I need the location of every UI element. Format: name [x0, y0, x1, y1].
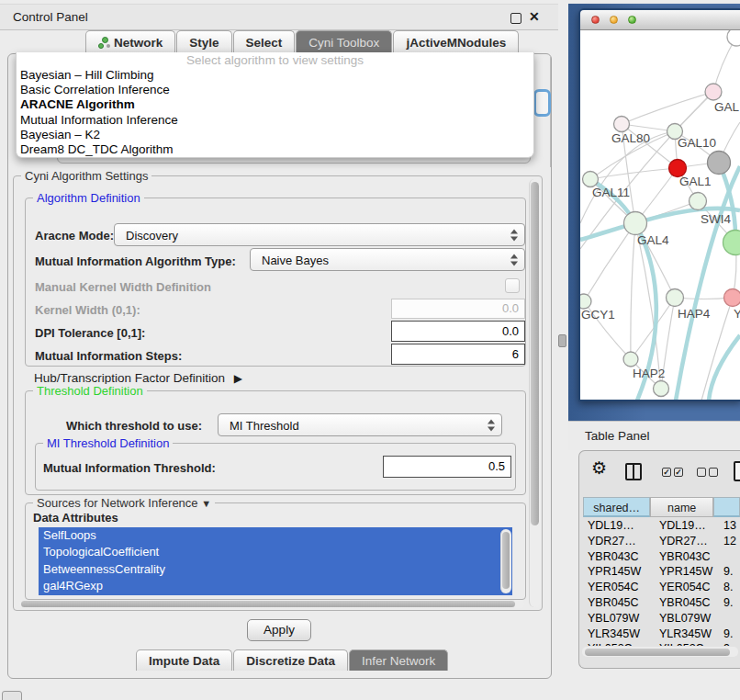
manual-kernel-checkbox[interactable]	[505, 278, 520, 293]
sheet-icon[interactable]	[734, 461, 740, 481]
tab-style[interactable]: Style	[176, 30, 231, 53]
network-node-hap2[interactable]	[623, 352, 638, 367]
column-header[interactable]: name	[650, 497, 713, 517]
table-horizontal-scrollbar[interactable]	[582, 647, 738, 657]
node-label: GAL1	[679, 175, 712, 188]
algorithm-option[interactable]: Bayesian – Hill Climbing	[18, 68, 532, 83]
network-node[interactable]	[654, 381, 669, 397]
window-close-button[interactable]	[591, 16, 600, 24]
sources-title[interactable]: Sources for Network Inference ▼	[33, 496, 215, 510]
table-row[interactable]: YBR045CYBR045C9.	[579, 596, 740, 612]
settings-horizontal-scrollbar[interactable]	[19, 600, 524, 608]
column-header[interactable]	[713, 497, 740, 517]
algorithm-option[interactable]: ARACNE Algorithm	[18, 97, 532, 112]
table-cell: YIL052C	[588, 642, 633, 646]
deselect-all-checkboxes-icon[interactable]	[697, 468, 718, 477]
network-node[interactable]	[708, 152, 731, 175]
tab-label: Select	[246, 36, 283, 50]
columns-icon[interactable]	[625, 463, 642, 480]
tab-network[interactable]: Network	[85, 30, 175, 53]
table-hscroll-thumb[interactable]	[585, 649, 730, 656]
aracne-mode-select[interactable]: Discovery	[114, 223, 525, 246]
mi-type-select[interactable]: Naive Bayes	[250, 248, 525, 271]
mi-type-label: Mutual Information Algorithm Type:	[35, 254, 236, 268]
algorithm-option[interactable]: Mutual Information Inference	[18, 113, 532, 128]
table-row[interactable]: YIL052CYIL052C9.	[579, 642, 740, 646]
node-label: GAL80	[611, 131, 650, 145]
table-row[interactable]: YDR27…YDR27…12	[579, 535, 740, 550]
table-row[interactable]: YBL079WYBL079W	[579, 612, 740, 627]
settings-scrollbar-thumb[interactable]	[531, 182, 539, 525]
network-node-y[interactable]	[724, 289, 740, 307]
network-node[interactable]	[727, 30, 740, 46]
data-attributes-label: Data Attributes	[33, 511, 118, 525]
kernel-width-field[interactable]: 0.0	[391, 299, 525, 319]
tab-jactivemnodules[interactable]: jActiveMNodules	[393, 30, 519, 53]
network-node-gal[interactable]	[705, 84, 722, 100]
network-node-swi4[interactable]	[690, 193, 707, 210]
data-attribute-item[interactable]: SelfLoops	[39, 527, 512, 544]
network-canvas[interactable]: GALGAL80GAL10GAL1GAL11SWI4GAL4GCY1HAP4YH…	[580, 30, 740, 401]
tab-select[interactable]: Select	[233, 30, 296, 53]
network-node-gal4[interactable]	[624, 212, 647, 235]
hub-definition-toggle[interactable]: Hub/Transcription Factor Definition ▶	[34, 371, 242, 385]
mi-threshold-field[interactable]: 0.5	[383, 456, 511, 478]
network-node-gal11[interactable]	[583, 172, 599, 187]
window-minimize-button[interactable]	[610, 16, 618, 24]
split-pane-handle[interactable]	[558, 334, 566, 347]
network-node-gal80[interactable]	[614, 117, 630, 132]
which-threshold-select[interactable]: MI Threshold	[218, 413, 502, 436]
data-attribute-item[interactable]: TopologicalCoefficient	[39, 544, 512, 560]
kernel-width-label: Kernel Width (0,1):	[35, 303, 140, 317]
checked-box-icon: ✓	[674, 468, 683, 477]
attributes-scrollbar-thumb[interactable]	[502, 532, 510, 589]
network-node[interactable]	[723, 231, 740, 255]
minimized-panel-icon[interactable]	[2, 691, 22, 700]
data-attribute-item[interactable]: gal4RGexp	[39, 578, 512, 594]
table-row[interactable]: YLR345WYLR345W9.	[579, 627, 740, 643]
gear-icon[interactable]: ⚙	[591, 459, 607, 477]
table-panel: ⚙ ✓ ✓ shared…name YDL19…YDL19…13YDR27…YD…	[578, 450, 740, 669]
dpi-tolerance-field[interactable]: 0.0	[391, 321, 525, 342]
settings-hscroll-thumb[interactable]	[21, 601, 515, 607]
column-header[interactable]: shared…	[583, 497, 650, 517]
table-cell: YIL052C	[659, 642, 704, 646]
tab-discretize-data[interactable]: Discretize Data	[233, 649, 348, 671]
network-window-titlebar[interactable]	[580, 10, 740, 30]
algorithm-option[interactable]: Dream8 DC_TDC Algorithm	[18, 142, 532, 157]
tab-impute-data[interactable]: Impute Data	[136, 649, 232, 671]
table-row[interactable]: YER054CYER054C8.	[579, 581, 740, 596]
network-edge-highlighted[interactable]	[709, 335, 740, 401]
float-panel-icon[interactable]	[510, 13, 521, 24]
expand-arrow-icon[interactable]: ▶	[234, 372, 242, 385]
algorithm-option[interactable]: Bayesian – K2	[18, 128, 532, 142]
attributes-scrollbar[interactable]	[500, 529, 511, 593]
table-row[interactable]: YBR043CYBR043C	[579, 550, 740, 566]
settings-vertical-scrollbar[interactable]	[529, 179, 541, 607]
tab-infer-network[interactable]: Infer Network	[349, 649, 448, 671]
mi-steps-label: Mutual Information Steps:	[35, 349, 182, 363]
tab-cyni-toolbox[interactable]: Cyni Toolbox	[296, 30, 392, 53]
network-node-hap4[interactable]	[667, 289, 684, 307]
table-row[interactable]: YPR145WYPR145W9.	[579, 565, 740, 581]
data-attribute-item[interactable]: BetweennessCentrality	[39, 561, 512, 578]
algorithm-option[interactable]: Basic Correlation Inference	[18, 83, 532, 97]
tab-label: Infer Network	[362, 654, 435, 668]
network-node-gcy1[interactable]	[580, 294, 591, 309]
network-canvas-svg[interactable]: GALGAL80GAL10GAL1GAL11SWI4GAL4GCY1HAP4YH…	[580, 30, 740, 401]
select-all-checkboxes-icon[interactable]: ✓ ✓	[662, 468, 683, 477]
cyni-algorithm-settings-group: Cyni Algorithm Settings Algorithm Defini…	[13, 175, 543, 611]
network-edge[interactable]	[631, 223, 635, 359]
stepper-arrows-icon	[488, 419, 495, 431]
network-edge[interactable]	[622, 92, 713, 124]
apply-button[interactable]: Apply	[247, 619, 311, 641]
mi-threshold-label: Mutual Information Threshold:	[43, 461, 216, 475]
node-label: GAL	[714, 100, 740, 114]
window-zoom-button[interactable]	[628, 16, 636, 24]
network-view-window[interactable]: GALGAL80GAL10GAL1GAL11SWI4GAL4GCY1HAP4YH…	[578, 8, 740, 401]
collapse-arrow-icon[interactable]: ▼	[201, 498, 211, 509]
table-row[interactable]: YDL19…YDL19…13	[579, 519, 740, 535]
close-panel-icon[interactable]: ✕	[529, 9, 540, 24]
mi-steps-field[interactable]: 6	[391, 344, 525, 365]
table-cell: YDL19…	[588, 519, 634, 532]
